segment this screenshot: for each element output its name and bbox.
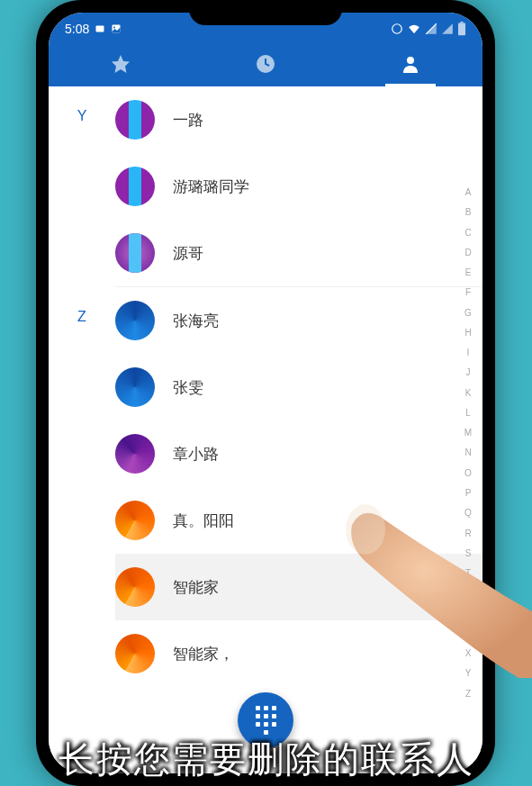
contact-row[interactable]: 源哥 <box>115 220 482 286</box>
signal2-icon <box>441 23 454 35</box>
svg-point-3 <box>392 24 402 34</box>
tab-contacts[interactable] <box>338 45 482 86</box>
contact-name: 智能家 <box>173 577 219 598</box>
index-letter-M[interactable]: M <box>464 426 472 440</box>
section-Y: Y一路游璐璐同学源哥 <box>49 86 482 286</box>
card-icon <box>95 23 105 34</box>
index-letter-I[interactable]: I <box>467 346 470 360</box>
index-letter-N[interactable]: N <box>464 446 471 460</box>
section-letter: Z <box>49 287 115 325</box>
index-letter-U[interactable]: U <box>464 586 471 601</box>
circle-icon <box>391 23 403 35</box>
index-letter-Y[interactable]: Y <box>465 666 472 681</box>
index-letter-R[interactable]: R <box>464 527 471 541</box>
contact-name: 张雯 <box>173 377 203 398</box>
star-icon <box>110 53 131 78</box>
clock-icon <box>255 53 276 78</box>
phone-screen: 5:08 <box>49 13 482 773</box>
section-list: 张海亮张雯章小路真。阳阳智能家智能家， <box>115 287 482 687</box>
svg-point-2 <box>113 27 115 29</box>
index-letter-P[interactable]: P <box>465 486 472 501</box>
phone-frame: 5:08 <box>36 0 495 786</box>
svg-rect-5 <box>458 23 465 36</box>
video-caption: 长按您需要删除的联系人 <box>0 735 532 784</box>
index-letter-V[interactable]: V <box>465 607 472 621</box>
section-Z: Z张海亮张雯章小路真。阳阳智能家智能家， <box>49 287 482 687</box>
avatar-icon <box>115 567 155 607</box>
contact-name: 章小路 <box>173 444 219 465</box>
contact-row[interactable]: 一路 <box>115 86 482 153</box>
display-notch <box>189 0 342 25</box>
index-letter-O[interactable]: O <box>464 466 472 481</box>
index-letter-A[interactable]: A <box>465 185 472 200</box>
avatar-icon <box>115 301 155 340</box>
tab-favorites[interactable] <box>49 45 194 86</box>
contact-name: 张海亮 <box>173 311 219 331</box>
avatar-icon <box>115 501 155 540</box>
index-letter-W[interactable]: W <box>464 627 472 641</box>
contact-name: 真。阳阳 <box>173 510 234 531</box>
contact-name: 源哥 <box>173 243 203 264</box>
status-time: 5:08 <box>65 22 89 36</box>
avatar-icon <box>115 434 155 474</box>
contact-row[interactable]: 游璐璐同学 <box>115 153 482 220</box>
index-letter-Z[interactable]: Z <box>465 687 471 701</box>
contacts-list[interactable]: Y一路游璐璐同学源哥Z张海亮张雯章小路真。阳阳智能家智能家， ABCDEFGHI… <box>49 86 482 773</box>
avatar-icon <box>115 167 155 206</box>
tab-bar <box>49 45 482 86</box>
index-letter-C[interactable]: C <box>464 226 471 240</box>
svg-rect-6 <box>460 22 463 23</box>
image-icon <box>111 23 122 34</box>
section-letter: Y <box>49 86 115 124</box>
index-letter-X[interactable]: X <box>465 646 472 661</box>
signal-icon <box>425 23 437 35</box>
svg-rect-0 <box>96 26 104 32</box>
dialpad-icon <box>256 706 276 735</box>
index-letter-E[interactable]: E <box>465 266 472 280</box>
index-letter-H[interactable]: H <box>464 326 471 340</box>
index-letter-K[interactable]: K <box>465 386 472 401</box>
index-letter-D[interactable]: D <box>464 246 471 260</box>
contact-row[interactable]: 张海亮 <box>115 287 482 354</box>
index-letter-S[interactable]: S <box>465 547 472 561</box>
contact-row[interactable]: 智能家， <box>115 620 482 687</box>
section-list: 一路游璐璐同学源哥 <box>115 86 482 286</box>
contact-name: 智能家， <box>173 644 234 664</box>
avatar-icon <box>115 100 155 140</box>
index-letter-T[interactable]: T <box>465 566 471 581</box>
contact-row[interactable]: 真。阳阳 <box>115 487 482 554</box>
battery-icon <box>457 22 466 36</box>
avatar-icon <box>115 367 155 407</box>
contact-row[interactable]: 章小路 <box>115 420 482 487</box>
contact-name: 游璐璐同学 <box>173 176 249 197</box>
svg-point-8 <box>407 57 414 64</box>
wifi-icon <box>407 23 421 35</box>
tab-recent[interactable] <box>194 45 338 86</box>
contact-name: 一路 <box>173 110 203 131</box>
avatar-icon <box>115 233 155 273</box>
index-letter-G[interactable]: G <box>464 306 472 321</box>
alphabet-index[interactable]: ABCDEFGHIJKLMNOPQRSTUVWXYZ <box>459 185 477 701</box>
contact-row[interactable]: 智能家 <box>115 554 482 620</box>
index-letter-L[interactable]: L <box>465 406 471 420</box>
index-letter-J[interactable]: J <box>466 366 471 380</box>
avatar-icon <box>115 634 155 673</box>
index-letter-Q[interactable]: Q <box>464 506 472 520</box>
contact-row[interactable]: 张雯 <box>115 354 482 420</box>
person-icon <box>400 53 421 78</box>
index-letter-B[interactable]: B <box>465 205 472 220</box>
index-letter-F[interactable]: F <box>465 285 471 300</box>
